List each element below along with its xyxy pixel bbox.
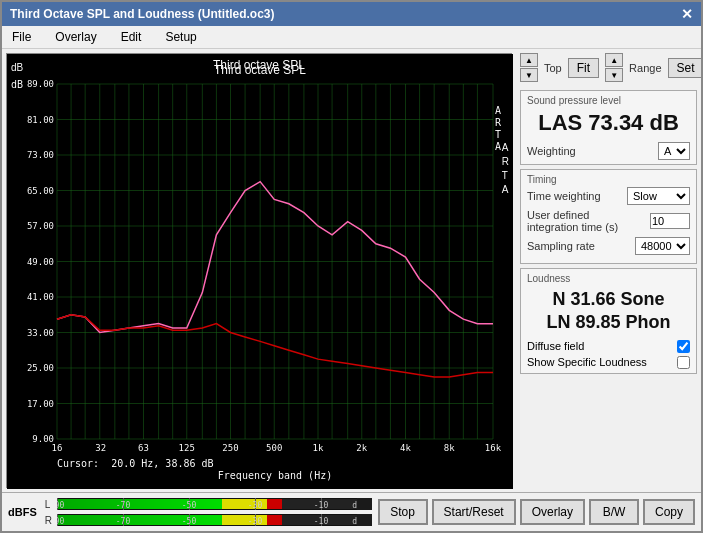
copy-button[interactable]: Copy xyxy=(643,499,695,525)
weighting-select[interactable]: A B C Z xyxy=(658,142,690,160)
loudness-line1: N 31.66 Sone xyxy=(527,288,690,311)
bottom-buttons: Stop Start/Reset Overlay B/W Copy xyxy=(378,499,695,525)
menu-file[interactable]: File xyxy=(6,28,37,46)
loudness-title: Loudness xyxy=(527,273,690,284)
weighting-row: Weighting A B C Z xyxy=(527,142,690,160)
spl-value: LAS 73.34 dB xyxy=(527,108,690,138)
diffuse-field-checkbox[interactable] xyxy=(677,340,690,353)
specific-loudness-checkbox[interactable] xyxy=(677,356,690,369)
window-title: Third Octave SPL and Loudness (Untitled.… xyxy=(10,7,274,21)
dbfs-label: dBFS xyxy=(8,506,37,518)
integration-input[interactable] xyxy=(650,213,690,229)
top-down-arrow[interactable]: ▼ xyxy=(520,68,538,82)
l-meter-bar xyxy=(57,498,372,510)
sampling-label: Sampling rate xyxy=(527,240,595,252)
loudness-panel: Loudness N 31.66 Sone LN 89.85 Phon Diff… xyxy=(520,268,697,374)
spl-title: Sound pressure level xyxy=(527,95,690,106)
r-meter-row: R xyxy=(45,513,372,527)
range-up-arrow[interactable]: ▲ xyxy=(605,53,623,67)
title-bar: Third Octave SPL and Loudness (Untitled.… xyxy=(2,2,701,26)
time-weighting-label: Time weighting xyxy=(527,190,601,202)
stop-button[interactable]: Stop xyxy=(378,499,428,525)
bw-button[interactable]: B/W xyxy=(589,499,639,525)
range-arrows: ▲ ▼ xyxy=(605,53,623,82)
loudness-value: N 31.66 Sone LN 89.85 Phon xyxy=(527,286,690,337)
menu-edit[interactable]: Edit xyxy=(115,28,148,46)
l-meter-row: L xyxy=(45,497,372,511)
spl-panel: Sound pressure level LAS 73.34 dB Weight… xyxy=(520,90,697,165)
diffuse-field-row: Diffuse field xyxy=(527,340,690,353)
timing-panel: Timing Time weighting Fast Slow Impulse … xyxy=(520,169,697,264)
time-weighting-row: Time weighting Fast Slow Impulse xyxy=(527,187,690,205)
integration-row: User definedintegration time (s) xyxy=(527,209,690,233)
weighting-label: Weighting xyxy=(527,145,576,157)
content-area: Third octave SPL dB ARTA ▲ ▼ Top Fit ▲ ▼… xyxy=(2,49,701,492)
range-down-arrow[interactable]: ▼ xyxy=(605,68,623,82)
fit-button[interactable]: Fit xyxy=(568,58,599,78)
chart-title: Third octave SPL xyxy=(7,54,511,72)
loudness-line2: LN 89.85 Phon xyxy=(527,311,690,334)
menu-setup[interactable]: Setup xyxy=(159,28,202,46)
integration-label: User definedintegration time (s) xyxy=(527,209,618,233)
r-label: R xyxy=(45,515,55,526)
level-meters: L R xyxy=(45,497,372,527)
sampling-select[interactable]: 44100 48000 96000 xyxy=(635,237,690,255)
timing-title: Timing xyxy=(527,174,690,185)
chart-area: Third octave SPL dB ARTA xyxy=(6,53,512,488)
main-window: Third Octave SPL and Loudness (Untitled.… xyxy=(0,0,703,533)
menu-overlay[interactable]: Overlay xyxy=(49,28,102,46)
time-weighting-select[interactable]: Fast Slow Impulse xyxy=(627,187,690,205)
bottom-bar: dBFS L R Stop Start/Reset Overlay B/W Co… xyxy=(2,492,701,531)
overlay-button[interactable]: Overlay xyxy=(520,499,585,525)
top-controls: ▲ ▼ Top Fit ▲ ▼ Range Set xyxy=(520,53,697,82)
chart-ylabel: dB xyxy=(11,62,23,73)
right-panel: ▲ ▼ Top Fit ▲ ▼ Range Set Sound pressure… xyxy=(516,49,701,492)
chart-arta: ARTA xyxy=(502,141,509,197)
specific-loudness-label: Show Specific Loudness xyxy=(527,356,647,368)
set-button[interactable]: Set xyxy=(668,58,701,78)
sampling-row: Sampling rate 44100 48000 96000 xyxy=(527,237,690,255)
specific-loudness-row: Show Specific Loudness xyxy=(527,356,690,369)
r-meter-bar xyxy=(57,514,372,526)
range-label: Range xyxy=(629,62,661,74)
l-label: L xyxy=(45,499,55,510)
close-button[interactable]: ✕ xyxy=(681,6,693,22)
start-reset-button[interactable]: Start/Reset xyxy=(432,499,516,525)
diffuse-field-label: Diffuse field xyxy=(527,340,584,352)
menu-bar: File Overlay Edit Setup xyxy=(2,26,701,49)
top-label: Top xyxy=(544,62,562,74)
top-arrows: ▲ ▼ xyxy=(520,53,538,82)
top-up-arrow[interactable]: ▲ xyxy=(520,53,538,67)
